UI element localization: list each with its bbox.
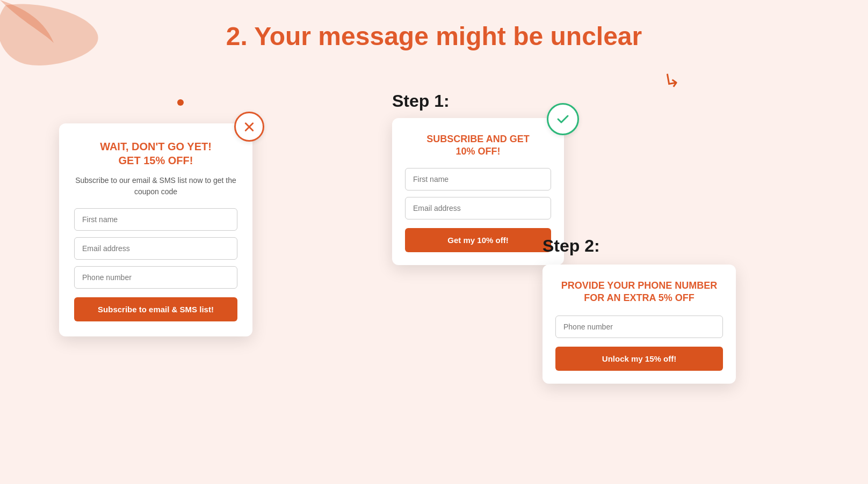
step1-label: Step 1: <box>392 91 450 111</box>
main-heading-section: 2. Your message might be unclear <box>0 21 868 51</box>
left-first-name-input[interactable] <box>74 208 237 231</box>
main-heading: 2. Your message might be unclear <box>0 21 868 51</box>
bg-curl-decoration: ↳ <box>662 69 682 94</box>
step1-first-name-input[interactable] <box>405 168 551 190</box>
close-button[interactable] <box>234 112 264 142</box>
check-circle-icon <box>547 103 579 135</box>
step1-card-title: SUBSCRIBE AND GET 10% OFF! <box>405 133 551 158</box>
step1-email-input[interactable] <box>405 197 551 219</box>
step2-phone-input[interactable] <box>555 316 723 338</box>
left-popup-title: WAIT, DON'T GO YET! GET 15% OFF! <box>74 140 237 167</box>
step2-card: PROVIDE YOUR PHONE NUMBER FOR AN EXTRA 5… <box>542 265 736 384</box>
left-phone-input[interactable] <box>74 266 237 289</box>
step2-section: Step 2: PROVIDE YOUR PHONE NUMBER FOR AN… <box>542 236 736 384</box>
step1-card: SUBSCRIBE AND GET 10% OFF! Get my 10% of… <box>392 118 564 265</box>
step2-label: Step 2: <box>542 236 736 256</box>
step1-submit-button[interactable]: Get my 10% off! <box>405 228 551 252</box>
step2-card-title: PROVIDE YOUR PHONE NUMBER FOR AN EXTRA 5… <box>555 280 723 305</box>
left-popup-card: WAIT, DON'T GO YET! GET 15% OFF! Subscri… <box>59 123 252 336</box>
left-popup-subtitle: Subscribe to our email & SMS list now to… <box>74 175 237 197</box>
bg-dot-decoration <box>177 99 184 106</box>
left-subscribe-button[interactable]: Subscribe to email & SMS list! <box>74 297 237 321</box>
step2-submit-button[interactable]: Unlock my 15% off! <box>555 347 723 371</box>
left-email-input[interactable] <box>74 237 237 260</box>
